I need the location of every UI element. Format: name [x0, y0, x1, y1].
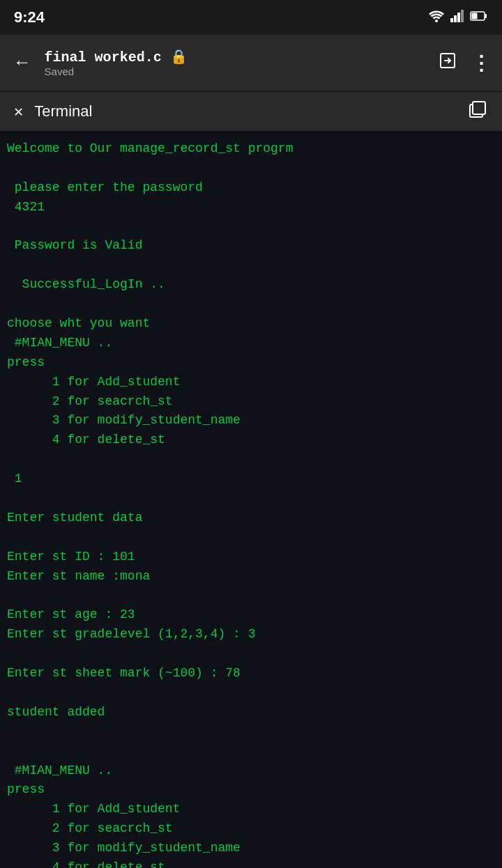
wifi-icon [428, 10, 445, 26]
terminal-title-area: ✕ Terminal [14, 102, 92, 121]
terminal-copy-button[interactable] [467, 99, 488, 125]
export-button[interactable] [438, 51, 457, 75]
file-title: final worked.c [45, 49, 170, 65]
svg-rect-4 [461, 10, 464, 22]
back-button[interactable]: ← [11, 47, 33, 79]
status-bar: 9:24 [0, 0, 502, 35]
menu-button[interactable]: ⋮ [471, 52, 491, 75]
svg-rect-2 [454, 15, 457, 22]
app-bar-title: final worked.c 🔒 [45, 48, 427, 65]
app-bar-title-area: final worked.c 🔒 Saved [45, 48, 427, 77]
signal-icon [450, 10, 464, 26]
terminal-title: Terminal [34, 102, 92, 121]
svg-rect-3 [457, 13, 460, 22]
terminal-header: ✕ Terminal [0, 92, 502, 131]
app-bar-subtitle: Saved [45, 65, 427, 77]
app-bar: ← final worked.c 🔒 Saved ⋮ [0, 35, 502, 91]
terminal-output: Welcome to Our manage_record_st progrm p… [7, 139, 495, 868]
status-icons [428, 10, 488, 26]
svg-rect-10 [473, 102, 485, 114]
lock-icon: 🔒 [170, 49, 188, 65]
svg-point-0 [435, 20, 438, 22]
terminal-close-button[interactable]: ✕ [14, 102, 23, 121]
battery-icon [470, 10, 488, 25]
terminal-content: Welcome to Our manage_record_st progrm p… [0, 131, 502, 868]
status-time: 9:24 [14, 8, 45, 26]
svg-rect-1 [450, 18, 453, 22]
app-bar-actions: ⋮ [438, 51, 491, 75]
svg-rect-6 [485, 14, 487, 18]
svg-rect-7 [472, 13, 478, 19]
